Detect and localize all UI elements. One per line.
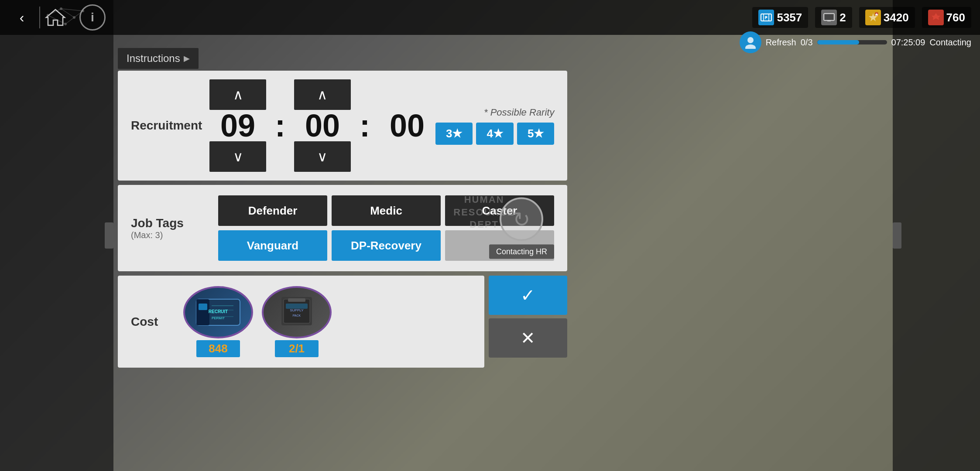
tickets-currency: ₱ 5357 (752, 7, 808, 28)
cost-label: Cost (131, 315, 175, 329)
hours-value: 09 (209, 110, 266, 141)
action-buttons: ✓ ✕ (489, 276, 567, 368)
refresh-bar: Refresh 0/3 07:25:09 Contacting (740, 31, 971, 53)
hr-status: Contacting HR (489, 245, 554, 259)
svg-text:₱: ₱ (765, 16, 768, 20)
cancel-button[interactable]: ✕ (489, 318, 567, 358)
tag-dprecovery-button[interactable]: DP-Recovery (332, 230, 441, 261)
rarity-3star-button[interactable]: 3★ (435, 123, 473, 145)
time-sep-2: : (355, 108, 374, 143)
tag-vanguard-button[interactable]: Vanguard (218, 230, 327, 261)
svg-rect-17 (827, 20, 831, 21)
tag-dprecovery-label: DP-Recovery (351, 239, 421, 253)
refresh-count: 0/3 (801, 38, 813, 48)
screen-icon (821, 10, 837, 25)
hr-section: ↻ Contacting HR (489, 198, 554, 259)
top-bar: ‹ i (0, 0, 980, 35)
screen-currency: 2 (815, 7, 852, 28)
hex-network-icon (39, 4, 92, 26)
minutes-up-button[interactable]: ∧ (294, 79, 351, 110)
jobtags-section: Job Tags (Max: 3) Defender Medic Caster … (118, 185, 567, 271)
top-bar-right: ₱ 5357 2 (752, 7, 971, 28)
tag-defender-button[interactable]: Defender (218, 195, 327, 226)
hr-refresh-icon: ↻ (513, 207, 530, 232)
side-panel-right (893, 0, 980, 471)
gold-icon (865, 10, 881, 25)
svg-line-7 (65, 17, 74, 24)
refresh-timer: 07:25:09 (891, 38, 925, 48)
rarity-section: * Possible Rarity 3★ 4★ 5★ (435, 107, 554, 145)
tag-medic-label: Medic (370, 204, 402, 218)
back-button[interactable]: ‹ (9, 4, 35, 31)
confirm-icon: ✓ (521, 285, 535, 305)
time-sep-1: : (271, 108, 290, 143)
red-token-icon (928, 10, 944, 25)
rarity-5star-button[interactable]: 5★ (517, 123, 554, 145)
top-bar-left: ‹ i (9, 4, 106, 31)
jobtags-label-area: Job Tags (Max: 3) (131, 195, 209, 261)
recruitment-row: Recruitment ∧ 09 ∨ : ∧ 00 ∨ : (131, 79, 554, 172)
rarity-label: * Possible Rarity (484, 107, 554, 118)
svg-rect-18 (825, 14, 833, 20)
svg-point-26 (745, 44, 756, 49)
svg-rect-40 (286, 304, 308, 309)
gold-value: 3420 (884, 11, 909, 24)
time-controls: ∧ 09 ∨ : ∧ 00 ∨ : 00 (209, 79, 435, 172)
instructions-label: Instructions (127, 52, 180, 65)
cost-item-2-value: 2/1 (275, 340, 319, 357)
gold-currency: 3420 (859, 7, 915, 28)
svg-line-9 (74, 11, 83, 17)
screen-value: 2 (840, 11, 846, 24)
jobtags-label: Job Tags (131, 216, 209, 230)
red-currency: 760 (922, 7, 971, 28)
recruitment-label: Recruitment (131, 119, 209, 133)
hours-up-button[interactable]: ∧ (209, 79, 266, 110)
svg-point-25 (747, 37, 754, 43)
cost-item-2: SUPPLY PACK 2/1 (262, 286, 332, 357)
seconds-display: 00 (379, 79, 435, 172)
cost-items: RECRUIT PERMIT 848 (183, 286, 471, 357)
tickets-icon: ₱ (758, 10, 774, 25)
hours-down-button[interactable]: ∨ (209, 141, 266, 172)
jobtags-sublabel: (Max: 3) (131, 230, 209, 240)
main-panel: Instructions Recruitment ∧ 09 ∨ : ∧ 00 ∨ (118, 48, 567, 368)
svg-text:PACK: PACK (293, 314, 301, 317)
rarity-4star-label: 4★ (487, 127, 503, 140)
svg-rect-31 (199, 304, 207, 310)
cost-item-1-icon: RECRUIT PERMIT (183, 286, 253, 338)
left-handle (105, 222, 113, 249)
bottom-row: Cost RECRUIT PERMIT (118, 276, 567, 368)
cost-item-2-icon: SUPPLY PACK (262, 286, 332, 338)
side-panel-left (0, 0, 113, 471)
tag-defender-label: Defender (248, 204, 298, 218)
red-token-value: 760 (946, 11, 965, 24)
cancel-icon: ✕ (521, 328, 535, 348)
recruitment-ticket-icon: RECRUIT PERMIT (194, 295, 242, 330)
seconds-value: 00 (379, 110, 435, 141)
minutes-control: ∧ 00 ∨ (294, 79, 351, 172)
cost-section: Cost RECRUIT PERMIT (118, 276, 484, 368)
cost-item-1-value: 848 (196, 340, 240, 357)
svg-text:SUPPLY: SUPPLY (290, 308, 304, 312)
tag-medic-button[interactable]: Medic (332, 195, 441, 226)
supply-pack-icon: SUPPLY PACK (275, 295, 319, 330)
rarity-5star-label: 5★ (528, 127, 544, 140)
instructions-button[interactable]: Instructions (118, 48, 199, 69)
refresh-progress-fill (817, 40, 859, 44)
confirm-button[interactable]: ✓ (489, 276, 567, 315)
rarity-4star-button[interactable]: 4★ (476, 123, 513, 145)
hours-control: ∧ 09 ∨ (209, 79, 266, 172)
refresh-avatar (740, 31, 761, 53)
svg-rect-28 (196, 299, 209, 325)
minutes-value: 00 (294, 110, 351, 141)
hr-refresh-circle: ↻ (500, 198, 543, 241)
svg-line-5 (48, 9, 61, 15)
cost-item-1: RECRUIT PERMIT 848 (183, 286, 253, 357)
refresh-progress-bar (817, 40, 887, 44)
tickets-value: 5357 (777, 11, 802, 24)
right-handle (893, 222, 901, 249)
rarity-3star-label: 3★ (446, 127, 462, 140)
tag-vanguard-label: Vanguard (247, 239, 298, 253)
refresh-label: Refresh (766, 38, 796, 48)
minutes-down-button[interactable]: ∨ (294, 141, 351, 172)
